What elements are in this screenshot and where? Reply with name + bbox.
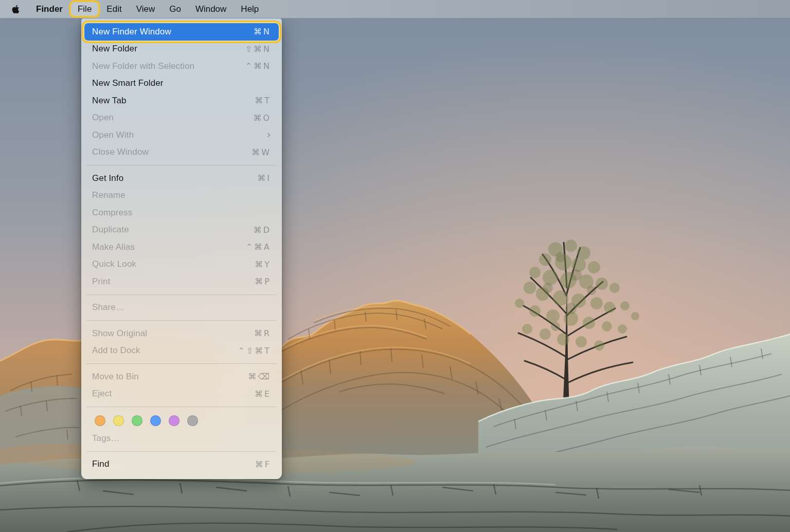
menubar-item-file[interactable]: File [71,2,98,16]
tag-color-dot-4[interactable] [169,415,179,426]
tag-color-dot-3[interactable] [150,415,161,426]
menu-item-compress: Compress [84,204,279,222]
tag-color-dot-2[interactable] [132,415,142,426]
menu-item-label: Share… [92,302,124,313]
menu-item-label: New Smart Folder [92,78,164,88]
menu-item-new-smart-folder[interactable]: New Smart Folder [84,75,279,93]
menu-item-quick-look: Quick Look⌘Y [84,256,279,273]
menu-bar: FinderFileEditViewGoWindowHelp [0,0,790,19]
menu-item-label: Add to Dock [92,345,140,356]
menu-item-shortcut: ⌘⌫ [248,372,271,381]
menu-item-shortcut: ⌃⇧⌘T [238,346,271,356]
menu-item-tags: Tags… [84,430,279,447]
menu-item-label: Open [92,113,114,123]
menubar-item-view[interactable]: View [129,0,163,18]
menu-item-shortcut: ⌘R [254,328,271,338]
menu-item-label: New Finder Window [92,27,171,37]
desktop: FinderFileEditViewGoWindowHelp New Finde… [0,0,790,532]
menu-item-share: Share… [84,299,279,317]
menu-item-label: Quick Look [92,259,136,269]
menu-item-duplicate: Duplicate⌘D [84,222,279,239]
tag-colors-row [81,411,282,430]
menu-item-label: Tags… [92,433,119,444]
submenu-arrow-icon: › [267,130,272,140]
menu-item-move-to-bin: Move to Bin⌘⌫ [84,368,279,386]
menu-item-label: Show Original [92,328,147,339]
menu-item-show-original: Show Original⌘R [84,325,279,342]
menu-item-label: Open With [92,130,134,140]
menu-item-shortcut: ⌃⌘A [246,242,271,252]
menu-item-shortcut: ⌘W [252,148,271,157]
menu-item-label: New Folder [92,44,137,54]
menu-separator [86,295,277,295]
menu-item-label: Eject [92,389,112,399]
tag-color-dot-1[interactable] [113,415,124,426]
menu-item-open-with: Open With› [84,126,279,144]
menu-separator [86,320,277,321]
menu-item-label: New Tab [92,96,127,106]
menu-item-open: Open⌘O [84,109,279,127]
menu-item-new-folder[interactable]: New Folder⇧⌘N [84,41,279,58]
menu-item-label: Compress [92,208,132,218]
menu-item-print: Print⌘P [84,273,279,290]
menu-item-shortcut: ⌘F [255,460,271,469]
menu-item-make-alias: Make Alias⌃⌘A [84,239,279,256]
menu-item-shortcut: ⌘D [254,225,271,235]
menu-item-add-to-dock: Add to Dock⌃⇧⌘T [84,342,279,360]
menu-separator [86,165,277,166]
menu-item-label: Duplicate [92,225,129,235]
menu-item-new-tab[interactable]: New Tab⌘T [84,92,279,109]
menu-item-close-window: Close Window⌘W [84,144,279,161]
menu-item-shortcut: ⌃⌘N [245,61,271,71]
menu-item-shortcut: ⌘Y [255,260,271,269]
tag-color-dot-0[interactable] [95,415,105,426]
menu-item-shortcut: ⌘T [255,96,271,105]
menubar-item-finder[interactable]: Finder [29,0,70,18]
menu-item-label: Find [92,459,109,469]
menu-separator [86,363,277,364]
tag-color-dot-5[interactable] [187,415,198,426]
menu-item-shortcut: ⌘I [257,173,271,183]
menu-item-label: Get Info [92,173,123,184]
menu-item-label: Close Window [92,147,149,157]
menubar-item-go[interactable]: Go [162,0,188,18]
menu-item-eject: Eject⌘E [84,386,279,403]
apple-logo-icon [11,4,20,14]
menu-item-shortcut: ⇧⌘N [245,44,271,54]
menu-item-label: Make Alias [92,242,135,252]
menu-item-shortcut: ⌘P [255,277,271,286]
menu-item-new-finder-window[interactable]: New Finder Window⌘N [84,23,279,41]
menu-separator [86,407,277,407]
menu-item-shortcut: ⌘O [253,113,271,123]
menu-item-shortcut: ⌘E [255,389,271,399]
menubar-item-help[interactable]: Help [234,0,266,18]
menu-item-label: Move to Bin [92,372,139,382]
menu-item-shortcut: ⌘N [254,27,271,36]
menu-item-find[interactable]: Find⌘F [84,456,279,473]
menubar-item-edit[interactable]: Edit [99,0,129,18]
menu-item-get-info[interactable]: Get Info⌘I [84,170,279,187]
menu-item-label: New Folder with Selection [92,61,194,71]
apple-menu[interactable] [0,0,29,18]
menu-item-new-folder-with-selection: New Folder with Selection⌃⌘N [84,58,279,75]
menu-separator [86,451,277,452]
menubar-item-window[interactable]: Window [188,0,234,18]
menu-item-rename: Rename [84,187,279,205]
menu-item-label: Print [92,277,110,287]
file-menu: New Finder Window⌘NNew Folder⇧⌘NNew Fold… [81,18,282,479]
menu-item-label: Rename [92,190,125,200]
